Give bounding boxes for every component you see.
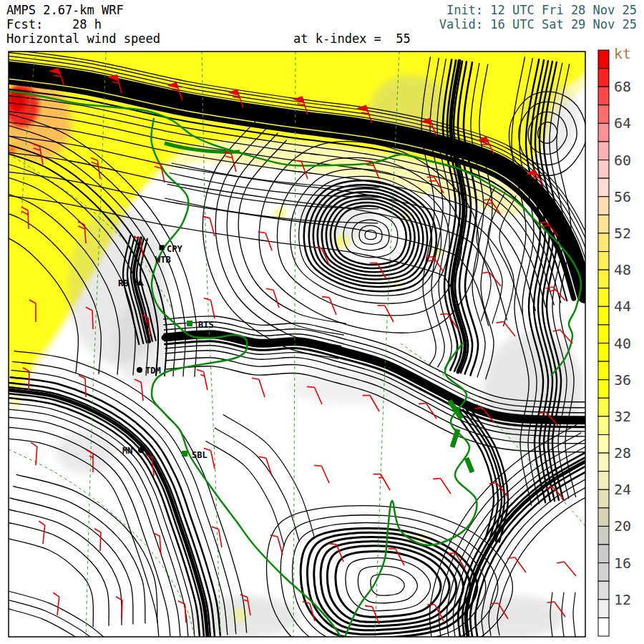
colorbar-cell [598, 618, 609, 636]
colorbar-cell [598, 160, 609, 179]
colorbar-cell [598, 306, 609, 325]
colorbar-tick-label: 12 [614, 591, 631, 608]
colorbar-unit-label: kt [614, 45, 631, 62]
colorbar-cell [598, 343, 609, 362]
colorbar-cell [598, 472, 609, 490]
colorbar-cell [598, 489, 609, 508]
colorbar-tick-label: 32 [614, 408, 631, 425]
station-label: TDM [145, 366, 161, 376]
colorbar: kt686460565248444036322824201612 [598, 45, 631, 636]
station-marker [182, 451, 187, 457]
colorbar-cell [598, 105, 609, 124]
colorbar-tick-label: 28 [614, 444, 631, 462]
colorbar-tick-label: 60 [614, 152, 631, 169]
colorbar-cell [598, 361, 609, 380]
station-label: MN [122, 446, 132, 456]
colorbar-tick-label: 52 [614, 225, 631, 242]
station-marker [160, 245, 165, 250]
station-label: RB [118, 278, 128, 288]
station-marker [187, 321, 192, 326]
colorbar-cell [598, 325, 609, 343]
station-marker [137, 367, 142, 373]
colorbar-tick-label: 40 [614, 335, 631, 352]
colorbar-tick-label: 24 [614, 481, 631, 498]
colorbar-tick-label: 16 [614, 555, 631, 572]
colorbar-cell [598, 252, 609, 270]
station-marker [138, 447, 144, 453]
map-canvas: CPYWTBRBBISTDMMNSBL [0, 25, 630, 644]
colorbar-cell [598, 178, 609, 197]
colorbar-tick-label: 20 [614, 517, 631, 535]
colorbar-cell [598, 215, 609, 233]
colorbar-cell [598, 416, 609, 435]
colorbar-tick-label: 56 [614, 188, 631, 205]
colorbar-cell [598, 270, 609, 288]
colorbar-tick-label: 44 [614, 298, 631, 315]
colorbar-tick-label: 36 [614, 371, 631, 389]
colorbar-cell [598, 197, 609, 215]
colorbar-tick-label: 48 [614, 261, 631, 278]
colorbar-cell [598, 398, 609, 416]
colorbar-cell [598, 434, 609, 453]
colorbar-cell [598, 581, 609, 600]
wind-speed-map: CPYWTBRBBISTDMMNSBLkt6864605652484440363… [0, 0, 644, 644]
colorbar-cell [598, 87, 609, 105]
station-label: WTB [155, 255, 171, 265]
colorbar-cell [598, 508, 609, 527]
colorbar-cell [598, 563, 609, 582]
station-label: CPY [167, 244, 182, 254]
colorbar-cell [598, 69, 609, 87]
colorbar-cell [598, 526, 609, 545]
colorbar-cell [598, 453, 609, 472]
station-label: SBL [192, 450, 208, 460]
colorbar-cell [598, 380, 609, 399]
colorbar-tick-label: 64 [614, 114, 631, 132]
colorbar-cell [598, 142, 609, 160]
colorbar-cell [598, 50, 609, 69]
colorbar-cell [598, 600, 609, 618]
colorbar-cell [598, 288, 609, 307]
colorbar-cell [598, 123, 609, 142]
weather-plot-page: AMPS 2.67-km WRF Fcst: 28 h Horizontal w… [0, 0, 644, 644]
station-label: BIS [198, 320, 214, 330]
colorbar-cell [598, 545, 609, 563]
colorbar-cell [598, 233, 609, 252]
colorbar-tick-label: 68 [614, 78, 631, 95]
